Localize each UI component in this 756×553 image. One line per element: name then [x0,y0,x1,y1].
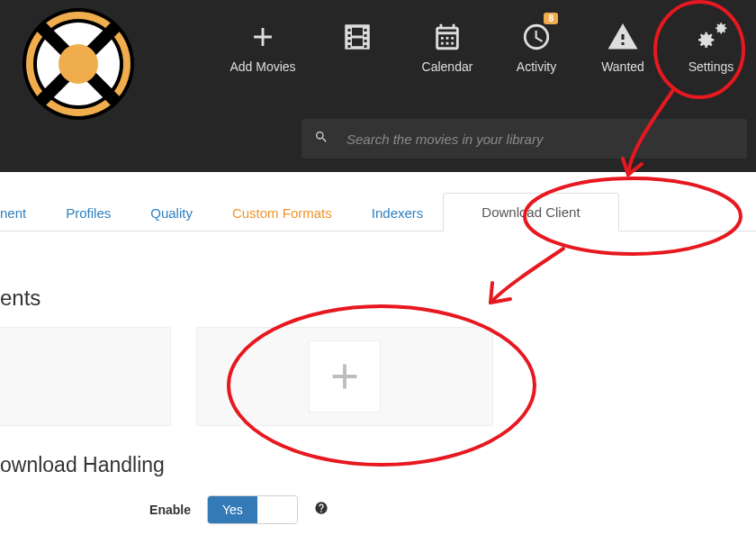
search-input[interactable] [346,131,734,147]
completed-download-handling-heading: ownload Handling [0,453,756,477]
download-clients-heading: ents [0,286,756,311]
settings-tabs: nent Profiles Quality Custom Formats Ind… [0,172,756,231]
svg-rect-12 [348,40,351,42]
add-download-client-card[interactable] [196,327,493,426]
tab-profiles[interactable]: Profiles [46,195,130,231]
plus-icon [221,16,304,58]
tab-custom-formats[interactable]: Custom Formats [212,195,352,231]
svg-point-6 [58,44,98,84]
tab-download-client[interactable]: Download Client [443,193,618,231]
nav-label: Wanted [589,59,657,74]
nav-items: Add Movies Calendar [212,16,756,74]
enable-row: Enable Yes [90,495,756,524]
nav-activity[interactable]: 8 Activity [493,16,580,74]
enable-toggle[interactable]: Yes [207,495,298,524]
add-button-inner [309,340,381,412]
warning-icon [589,16,657,58]
enable-label: Enable [90,503,207,517]
svg-rect-15 [364,34,367,37]
nav-label: Add Movies [221,59,304,74]
nav-wanted[interactable]: Wanted [580,16,666,74]
calendar-icon [410,16,484,58]
toggle-on: Yes [208,496,257,523]
svg-rect-16 [364,40,367,42]
top-navbar: Add Movies Calendar [0,0,756,172]
nav-settings[interactable]: Settings [666,16,756,74]
nav-label: Activity [502,59,571,74]
download-client-card[interactable] [0,327,171,426]
tab-quality[interactable]: Quality [130,195,212,231]
nav-label: Settings [675,59,747,74]
search-bar[interactable] [302,119,747,159]
nav-label: Calendar [410,59,484,74]
help-icon[interactable] [314,501,328,519]
svg-rect-17 [364,45,367,48]
activity-badge: 8 [544,13,558,24]
tab-indexers[interactable]: Indexers [352,195,444,231]
download-clients-list [0,327,756,426]
gears-icon [675,16,747,58]
svg-rect-10 [348,29,351,32]
tab-media-management[interactable]: nent [0,195,46,231]
svg-rect-13 [348,45,351,48]
clock-icon [502,16,571,58]
svg-rect-11 [348,34,351,37]
search-icon [314,130,328,148]
plus-icon [324,356,365,397]
app-logo[interactable] [20,5,137,122]
toggle-off [257,496,297,523]
film-icon [322,16,392,58]
nav-movies[interactable] [313,16,401,59]
download-client-panel: ents ownload Handling Enable Yes [0,286,756,524]
svg-rect-14 [364,29,367,32]
nav-calendar[interactable]: Calendar [401,16,493,74]
nav-add-movies[interactable]: Add Movies [212,16,313,74]
